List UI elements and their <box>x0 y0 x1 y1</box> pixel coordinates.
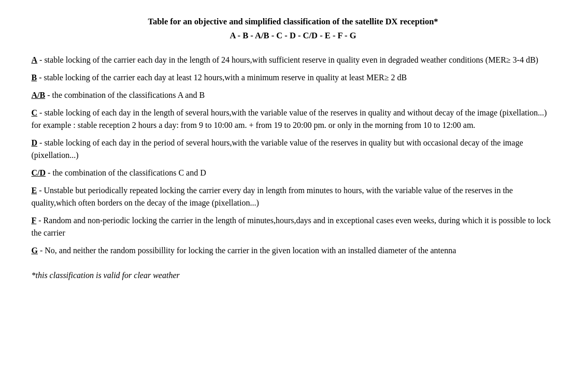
classification-text-C: - stable locking of each day in the leng… <box>32 108 547 129</box>
classification-text-F: - Random and non-periodic locking the ca… <box>32 216 551 237</box>
classification-list: A - stable locking of the carrier each d… <box>32 54 555 257</box>
classification-item-D: D - stable locking of each day in the pe… <box>32 137 555 162</box>
classification-text-E: - Unstable but periodically repeated loc… <box>32 186 513 207</box>
classification-label-D: D <box>32 138 38 147</box>
classification-text-D: - stable locking of each day in the peri… <box>32 138 523 159</box>
classification-label-AB: A/B <box>32 91 46 99</box>
classification-text-AB: - the combination of the classifications… <box>45 91 205 99</box>
classification-item-A: A - stable locking of the carrier each d… <box>32 54 555 66</box>
classification-item-F: F - Random and non-periodic locking the … <box>32 214 555 239</box>
classification-label-CD: C/D <box>32 168 46 177</box>
subtitle: A - B - A/B - C - D - C/D - E - F - G <box>32 30 555 41</box>
classification-label-B: B <box>32 73 37 82</box>
classification-item-B: B - stable locking of the carrier each d… <box>32 71 555 84</box>
classification-label-F: F <box>32 216 37 225</box>
main-title: Table for an objective and simplified cl… <box>32 16 555 27</box>
classification-item-AB: A/B - the combination of the classificat… <box>32 89 555 101</box>
classification-label-E: E <box>32 186 37 195</box>
classification-item-CD: C/D - the combination of the classificat… <box>32 167 555 179</box>
classification-text-B: - stable locking of the carrier each day… <box>37 73 407 82</box>
classification-label-C: C <box>32 108 38 117</box>
classification-item-C: C - stable locking of each day in the le… <box>32 107 555 132</box>
classification-item-G: G - No, and neither the random possibill… <box>32 244 555 257</box>
page-container: Table for an objective and simplified cl… <box>32 16 555 282</box>
footnote: *this classification is valid for clear … <box>32 269 555 282</box>
classification-text-G: - No, and neither the random possibillit… <box>38 246 456 255</box>
classification-item-E: E - Unstable but periodically repeated l… <box>32 184 555 209</box>
classification-label-G: G <box>32 246 38 255</box>
classification-text-CD: - the combination of the classifications… <box>46 168 206 177</box>
classification-text-A: - stable locking of the carrier each day… <box>37 55 538 64</box>
classification-label-A: A <box>32 55 38 64</box>
